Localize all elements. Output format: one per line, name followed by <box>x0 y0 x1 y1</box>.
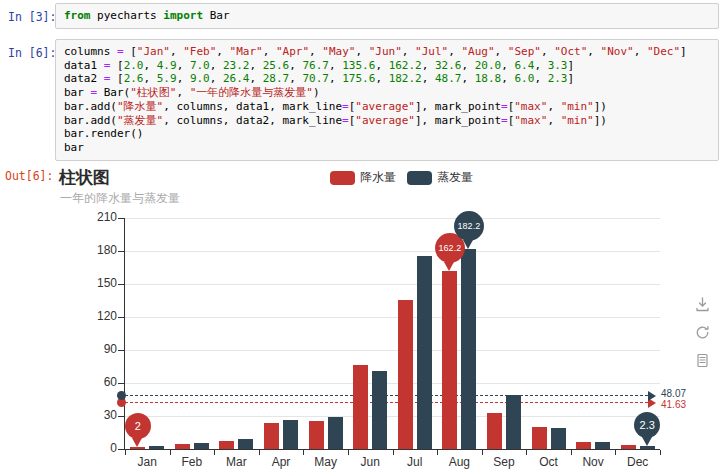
save-as-image-icon[interactable] <box>694 296 711 313</box>
bar-降水量-Mar[interactable] <box>219 441 234 449</box>
legend-swatch-evaporation-icon <box>407 171 432 185</box>
y-axis-label: 90 <box>77 342 117 356</box>
x-axis-label: Jan <box>125 455 169 469</box>
mark-point-tail-icon <box>444 262 454 271</box>
input-prompt: In [3]: <box>8 10 56 24</box>
bar-蒸发量-May[interactable] <box>328 417 343 449</box>
code-line: bar.add("蒸发量", columns, data2, mark_line… <box>64 114 710 128</box>
y-axis-tick <box>118 218 124 219</box>
legend-item-rainfall[interactable]: 降水量 <box>330 169 396 186</box>
y-axis-label: 120 <box>77 309 117 323</box>
x-axis-label: May <box>304 455 348 469</box>
code-line: columns = ["Jan", "Feb", "Mar", "Apr", "… <box>64 45 710 59</box>
x-axis-label: Dec <box>616 455 660 469</box>
bar-蒸发量-Aug[interactable] <box>461 249 476 449</box>
chart-toolbox <box>694 296 711 369</box>
bar-降水量-Jan[interactable] <box>130 447 145 449</box>
bar-蒸发量-Mar[interactable] <box>238 439 253 449</box>
y-axis-line <box>124 218 125 449</box>
chart-title: 柱状图 <box>59 166 110 189</box>
grid-line <box>125 317 660 318</box>
bar-降水量-Nov[interactable] <box>576 442 591 449</box>
data-view-icon[interactable] <box>694 352 711 369</box>
bar-蒸发量-Oct[interactable] <box>551 428 566 449</box>
y-axis-label: 210 <box>77 210 117 224</box>
bar-蒸发量-Apr[interactable] <box>283 420 298 449</box>
grid-line <box>125 383 660 384</box>
bar-降水量-Sep[interactable] <box>487 413 502 449</box>
code-line: bar = Bar("柱状图", "一年的降水量与蒸发量") <box>64 86 710 100</box>
x-axis-label: Jul <box>393 455 437 469</box>
chart-legend: 降水量 蒸发量 <box>330 169 473 186</box>
mark-line-arrow-icon <box>648 391 656 401</box>
x-axis-label: Nov <box>571 455 615 469</box>
bar-降水量-May[interactable] <box>309 421 324 449</box>
bar-蒸发量-Dec[interactable] <box>640 446 655 449</box>
y-axis-tick <box>118 350 124 351</box>
bar-蒸发量-Jan[interactable] <box>149 446 164 449</box>
legend-label-evaporation: 蒸发量 <box>437 169 473 186</box>
x-axis-label: Aug <box>437 455 481 469</box>
y-axis-label: 30 <box>77 408 117 422</box>
mark-line-average-label: 41.63 <box>661 399 686 410</box>
restore-icon[interactable] <box>694 324 711 341</box>
bar-降水量-Dec[interactable] <box>621 445 636 449</box>
y-axis-tick <box>118 284 124 285</box>
x-axis-label: Feb <box>170 455 214 469</box>
y-axis-label: 0 <box>77 441 117 455</box>
bar-蒸发量-Sep[interactable] <box>506 395 521 449</box>
grid-line <box>125 416 660 417</box>
bar-蒸发量-Jul[interactable] <box>417 256 432 449</box>
code-line: data2 = [2.6, 5.9, 9.0, 26.4, 28.7, 70.7… <box>64 72 710 86</box>
grid-line <box>125 350 660 351</box>
x-axis-label: Oct <box>527 455 571 469</box>
grid-line <box>125 251 660 252</box>
grid-line <box>125 284 660 285</box>
y-axis-tick <box>118 383 124 384</box>
bar-降水量-Oct[interactable] <box>532 427 547 449</box>
mark-point-max-蒸发量: 182.2 <box>454 211 484 241</box>
x-axis-label: Mar <box>214 455 258 469</box>
bar-降水量-Jul[interactable] <box>398 300 413 449</box>
x-axis-label: Sep <box>482 455 526 469</box>
y-axis-label: 150 <box>77 276 117 290</box>
code-line: from pyecharts import Bar <box>64 9 710 23</box>
y-axis-tick <box>118 416 124 417</box>
mark-point-tail-icon <box>132 438 142 447</box>
bar-蒸发量-Feb[interactable] <box>194 443 209 449</box>
y-axis-tick <box>118 251 124 252</box>
mark-point-tail-icon <box>463 240 473 249</box>
bar-降水量-Feb[interactable] <box>175 444 190 449</box>
mark-line-average-label: 48.07 <box>661 388 686 399</box>
mark-point-tail-icon <box>642 437 652 446</box>
y-axis-label: 180 <box>77 243 117 257</box>
bar-蒸发量-Jun[interactable] <box>372 371 387 449</box>
code-cell-input[interactable]: columns = ["Jan", "Feb", "Mar", "Apr", "… <box>55 39 719 161</box>
chart-subtitle: 一年的降水量与蒸发量 <box>60 190 180 207</box>
output-prompt: Out[6]: <box>5 169 53 183</box>
bar-降水量-Apr[interactable] <box>264 423 279 449</box>
x-axis-label: Apr <box>259 455 303 469</box>
code-cell-input[interactable]: from pyecharts import Bar <box>55 3 719 29</box>
legend-item-evaporation[interactable]: 蒸发量 <box>407 169 473 186</box>
code-line: bar <box>64 141 710 155</box>
code-line: bar.render() <box>64 127 710 141</box>
code-line: bar.add("降水量", columns, data1, mark_line… <box>64 100 710 114</box>
notebook-page: In [3]: from pyecharts import Bar In [6]… <box>0 0 720 475</box>
legend-label-rainfall: 降水量 <box>360 169 396 186</box>
bar-蒸发量-Nov[interactable] <box>595 442 610 449</box>
code-line: data1 = [2.0, 4.9, 7.0, 23.2, 25.6, 76.7… <box>64 59 710 73</box>
mark-point-min-降水量: 2 <box>125 413 151 439</box>
y-axis-tick <box>118 317 124 318</box>
mark-point-min-蒸发量: 2.3 <box>634 412 660 438</box>
input-prompt: In [6]: <box>8 46 56 60</box>
grid-line <box>125 218 660 219</box>
legend-swatch-rainfall-icon <box>330 171 355 185</box>
y-axis-label: 60 <box>77 375 117 389</box>
bar-降水量-Aug[interactable] <box>442 271 457 449</box>
bar-降水量-Jun[interactable] <box>353 365 368 449</box>
x-axis-label: Jun <box>348 455 392 469</box>
x-axis-tick <box>660 450 661 455</box>
